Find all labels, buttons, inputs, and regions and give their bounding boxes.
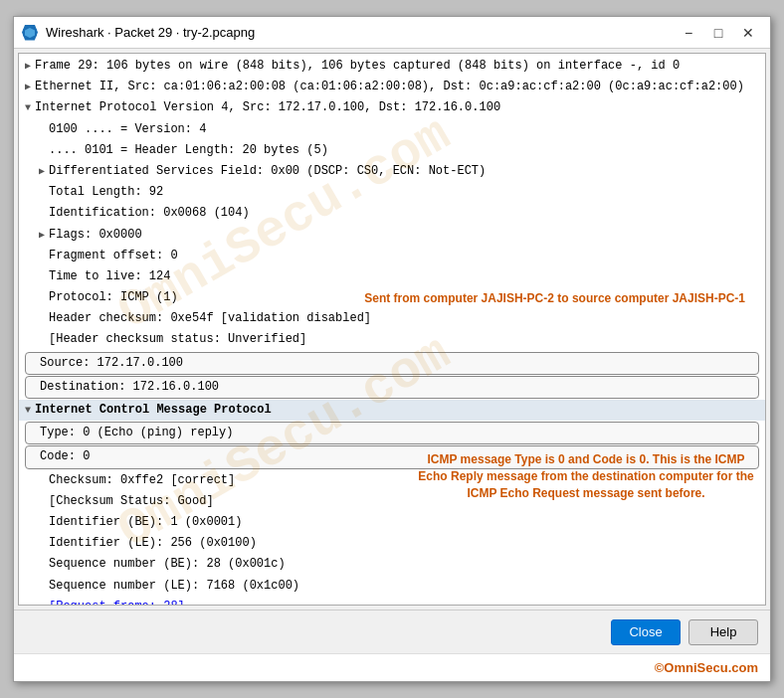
expand-arrow: ▶ — [39, 164, 49, 180]
expand-arrow: ▼ — [25, 403, 35, 419]
tree-row: 0100 .... = Version: 4 — [19, 119, 765, 140]
tree-row: Identification: 0x0068 (104) — [19, 203, 765, 224]
tree-row: Code: 0 — [25, 445, 759, 468]
expand-arrow: ▶ — [39, 228, 49, 244]
tree-row: Identifier (LE): 256 (0x0100) — [19, 533, 765, 554]
wireshark-window: Wireshark · Packet 29 · try-2.pcapng − □… — [13, 16, 771, 682]
content-area: ▶ Frame 29: 106 bytes on wire (848 bits)… — [18, 53, 766, 606]
tree-row: Total Length: 92 — [19, 182, 765, 203]
window-close-button[interactable]: ✕ — [734, 21, 762, 45]
window-title: Wireshark · Packet 29 · try-2.pcapng — [46, 25, 255, 40]
tree-row: [Request frame: 28] — [19, 597, 765, 605]
help-button[interactable]: Help — [688, 619, 758, 645]
tree-row: Type: 0 (Echo (ping) reply) — [25, 422, 759, 444]
packet-tree[interactable]: ▶ Frame 29: 106 bytes on wire (848 bits)… — [19, 54, 765, 605]
maximize-button[interactable]: □ — [704, 21, 732, 45]
tree-row: Checksum: 0xffe2 [correct] — [19, 470, 765, 491]
window-controls: − □ ✕ — [675, 21, 762, 45]
packet-container: ▶ Frame 29: 106 bytes on wire (848 bits)… — [19, 56, 765, 605]
tree-row: Destination: 172.16.0.100 — [25, 376, 759, 399]
tree-row: [Header checksum status: Unverified] — [19, 329, 765, 350]
request-frame-link[interactable]: [Request frame: 28] — [49, 600, 185, 605]
tree-row[interactable]: ▶ Ethernet II, Src: ca:01:06:a2:00:08 (c… — [19, 77, 765, 97]
expand-arrow: ▶ — [25, 80, 35, 95]
titlebar: Wireshark · Packet 29 · try-2.pcapng − □… — [14, 17, 770, 49]
copyright-bar: ©OmniSecu.com — [14, 653, 770, 681]
tree-row: Header checksum: 0xe54f [validation disa… — [19, 308, 765, 329]
tree-row[interactable]: ▼ Internet Control Message Protocol — [19, 400, 765, 421]
bottom-bar: Close Help — [14, 610, 770, 653]
tree-row: Identifier (BE): 1 (0x0001) — [19, 512, 765, 533]
tree-row: Sequence number (LE): 7168 (0x1c00) — [19, 576, 765, 597]
tree-row: Sequence number (BE): 28 (0x001c) — [19, 554, 765, 575]
tree-row[interactable]: ▼ Internet Protocol Version 4, Src: 172.… — [19, 97, 765, 118]
tree-row: .... 0101 = Header Length: 20 bytes (5) — [19, 140, 765, 161]
tree-row[interactable]: ▶ Frame 29: 106 bytes on wire (848 bits)… — [19, 56, 765, 77]
tree-row: Protocol: ICMP (1) — [19, 287, 765, 308]
tree-row: Source: 172.17.0.100 — [25, 352, 759, 375]
expand-arrow: ▶ — [25, 59, 35, 75]
titlebar-left: Wireshark · Packet 29 · try-2.pcapng — [22, 25, 255, 41]
expand-arrow: ▼ — [25, 100, 35, 116]
tree-row: [Checksum Status: Good] — [19, 491, 765, 512]
close-button[interactable]: Close — [611, 619, 681, 645]
minimize-button[interactable]: − — [675, 21, 702, 45]
copyright-text: ©OmniSecu.com — [655, 660, 758, 675]
tree-row[interactable]: ▶ Flags: 0x0000 — [19, 225, 765, 246]
wireshark-icon — [22, 25, 38, 41]
tree-row: Fragment offset: 0 — [19, 246, 765, 266]
tree-row: Time to live: 124 — [19, 266, 765, 287]
tree-row[interactable]: ▶ Differentiated Services Field: 0x00 (D… — [19, 161, 765, 182]
